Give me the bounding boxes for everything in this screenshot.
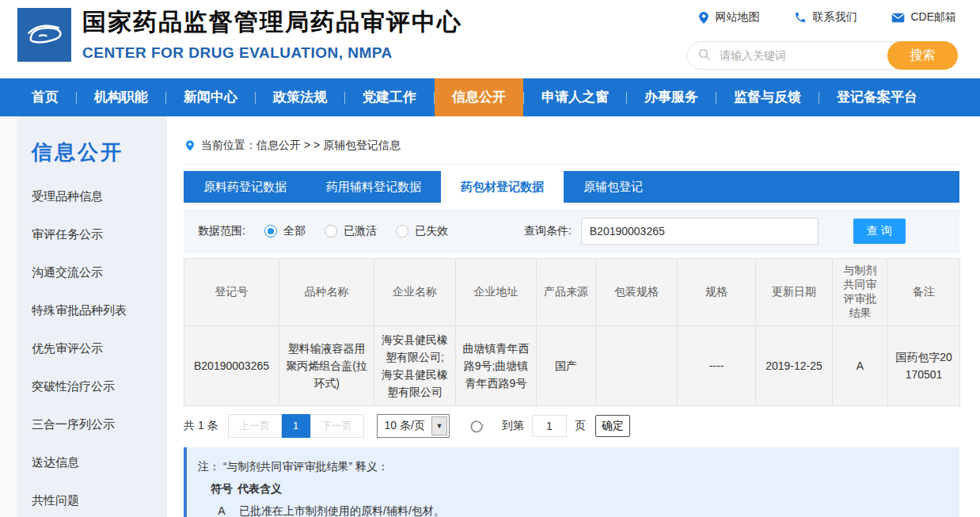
note-header-symbol: 符号 [206, 479, 237, 498]
note-box: 注： “与制剂共同审评审批结果” 释义： 符号 代表含义 A 已批准在上市制剂使… [184, 447, 959, 517]
table-header-row: 登记号 品种名称 企业名称 企业地址 产品来源 包装规格 规格 更新日期 与制剂… [184, 259, 960, 326]
tab-api-registration[interactable]: 原料药登记数据 [184, 171, 306, 203]
goto-page-input[interactable] [532, 415, 567, 437]
radio-activated-control[interactable] [325, 225, 337, 238]
cell-joint-review-result: A [833, 326, 888, 406]
col-company-name: 企业名称 [374, 259, 456, 326]
radio-all-control[interactable] [264, 225, 277, 238]
filter-bar: 数据范围: 全部 已激活 已失效 查询条件: 查 询 [184, 209, 959, 253]
sidebar-item-breakthrough-therapy[interactable]: 突破性治疗公示 [32, 367, 167, 405]
cell-product-source: 国产 [537, 326, 596, 406]
sidebar-item-special-approval[interactable]: 特殊审批品种列表 [32, 291, 167, 329]
contact-link[interactable]: 联系我们 [794, 10, 857, 25]
nav-item-policy[interactable]: 政策法规 [256, 78, 344, 116]
main-nav: 首页 机构职能 新闻中心 政策法规 党建工作 信息公开 申请人之窗 办事服务 监… [0, 78, 980, 116]
current-page-button[interactable]: 1 [282, 414, 310, 438]
col-company-address: 企业地址 [456, 259, 537, 326]
query-condition-input[interactable] [581, 218, 819, 245]
search-icon [697, 48, 712, 62]
nav-item-applicant[interactable]: 申请人之窗 [524, 78, 626, 116]
phone-icon [794, 11, 807, 24]
site-subtitle: CENTER FOR DRUG EVALUATION, NMPA [82, 44, 462, 62]
radio-expired[interactable]: 已失效 [396, 224, 448, 238]
nav-item-home[interactable]: 首页 [14, 78, 76, 116]
col-joint-review-result: 与制剂共同审评审批结果 [833, 259, 888, 326]
sidebar-item-common-issues[interactable]: 共性问题 [32, 481, 167, 517]
radio-all[interactable]: 全部 [264, 224, 306, 238]
note-header-meaning: 代表含义 [237, 479, 282, 498]
note-header-row: 符号 代表含义 [206, 479, 947, 498]
sidebar-item-priority-review[interactable]: 优先审评公示 [32, 329, 167, 367]
radio-activated-label: 已激活 [344, 224, 377, 238]
cell-package-spec [596, 326, 678, 406]
sidebar-item-review-tasks[interactable]: 审评任务公示 [32, 215, 167, 253]
cell-variety-name: 塑料输液容器用聚丙烯组合盖(拉环式) [279, 326, 374, 406]
col-registration-no: 登记号 [184, 259, 279, 326]
sidebar: 信息公开 受理品种信息 审评任务公示 沟通交流公示 特殊审批品种列表 优先审评公… [0, 116, 167, 517]
tab-excipient-registration[interactable]: 药用辅料登记数据 [306, 171, 441, 203]
nav-item-org[interactable]: 机构职能 [77, 78, 165, 116]
sidebar-item-delivery-info[interactable]: 送达信息 [32, 443, 167, 481]
chevron-down-icon[interactable]: ▼ [431, 416, 447, 435]
page-size-select[interactable]: 10 条/页 ▼ [377, 414, 450, 438]
goto-confirm-button[interactable]: 确定 [595, 415, 630, 437]
cell-update-date: 2019-12-25 [756, 326, 833, 406]
query-button[interactable]: 查 询 [853, 219, 906, 244]
sidebar-item-accepted-varieties[interactable]: 受理品种信息 [32, 177, 167, 215]
site-header: 国家药品监督管理局药品审评中心 CENTER FOR DRUG EVALUATI… [0, 0, 980, 78]
search-bar: 搜索 [687, 41, 958, 70]
nav-item-registration-platform[interactable]: 登记备案平台 [819, 78, 935, 116]
nav-item-party[interactable]: 党建工作 [345, 78, 434, 116]
table-row: B20190003265 塑料输液容器用聚丙烯组合盖(拉环式) 海安县健民橡塑有… [184, 326, 960, 406]
search-button[interactable]: 搜索 [887, 41, 958, 70]
pagination-total: 共 1 条 [184, 419, 218, 433]
cde-logo-icon [21, 12, 67, 58]
cell-registration-no: B20190003265 [184, 326, 279, 406]
radio-all-label: 全部 [283, 224, 306, 238]
sidebar-item-communication[interactable]: 沟通交流公示 [32, 253, 167, 291]
note-line1: 注： “与制剂共同审评审批结果” 释义： [198, 457, 947, 476]
tab-packaging-registration[interactable]: 药包材登记数据 [441, 171, 564, 203]
registration-table: 登记号 品种名称 企业名称 企业地址 产品来源 包装规格 规格 更新日期 与制剂… [184, 258, 960, 406]
col-product-source: 产品来源 [537, 259, 596, 326]
mailbox-label: CDE邮箱 [910, 10, 956, 25]
breadcrumb-pin-icon [185, 139, 195, 152]
cde-logo [17, 8, 71, 62]
title-block: 国家药品监督管理局药品审评中心 CENTER FOR DRUG EVALUATI… [82, 6, 462, 62]
nav-item-services[interactable]: 办事服务 [627, 78, 716, 116]
cell-remarks: 国药包字20170501 [888, 326, 960, 406]
radio-expired-label: 已失效 [415, 224, 448, 238]
refresh-icon[interactable] [469, 418, 484, 434]
pagination: 共 1 条 上一页 1 下一页 10 条/页 ▼ 到第 页 确定 [184, 414, 959, 438]
goto-page-label: 到第 [502, 419, 524, 433]
query-condition-label: 查询条件: [524, 224, 572, 238]
nav-item-news[interactable]: 新闻中心 [166, 78, 255, 116]
col-variety-name: 品种名称 [279, 259, 374, 326]
nav-item-supervision[interactable]: 监督与反馈 [716, 78, 819, 116]
next-page-button[interactable]: 下一页 [310, 414, 364, 438]
breadcrumb: 当前位置：信息公开 > > 原辅包登记信息 [184, 116, 959, 165]
note-entry-a: A 已批准在上市制剂使用的原料/辅料/包材。 [206, 501, 947, 517]
prev-page-button[interactable]: 上一页 [228, 414, 282, 438]
col-package-spec: 包装规格 [596, 259, 678, 326]
contact-label: 联系我们 [812, 10, 857, 25]
top-links: 网站地图 联系我们 CDE邮箱 [698, 10, 956, 25]
scope-label: 数据范围: [198, 224, 245, 238]
sidebar-item-three-in-one[interactable]: 三合一序列公示 [32, 405, 167, 443]
mail-icon [891, 13, 905, 23]
cell-company-address: 曲塘镇青年西路9号;曲塘镇青年西路9号 [456, 326, 537, 406]
radio-expired-control[interactable] [396, 225, 408, 238]
tab-raw-aux-pack-registration[interactable]: 原辅包登记 [564, 171, 663, 203]
note-entry-a-meaning: 已批准在上市制剂使用的原料/辅料/包材。 [239, 501, 445, 517]
col-update-date: 更新日期 [756, 259, 833, 326]
page: 国家药品监督管理局药品审评中心 CENTER FOR DRUG EVALUATI… [0, 0, 980, 517]
note-entry-a-symbol: A [206, 501, 237, 517]
sitemap-link[interactable]: 网站地图 [698, 10, 759, 25]
cell-spec: ---- [678, 326, 756, 406]
nav-item-info-disclosure[interactable]: 信息公开 [435, 78, 523, 116]
radio-activated[interactable]: 已激活 [325, 224, 377, 238]
site-title: 国家药品监督管理局药品审评中心 [82, 6, 462, 39]
col-spec: 规格 [678, 259, 756, 326]
goto-page-unit: 页 [575, 419, 586, 433]
mailbox-link[interactable]: CDE邮箱 [891, 10, 956, 25]
